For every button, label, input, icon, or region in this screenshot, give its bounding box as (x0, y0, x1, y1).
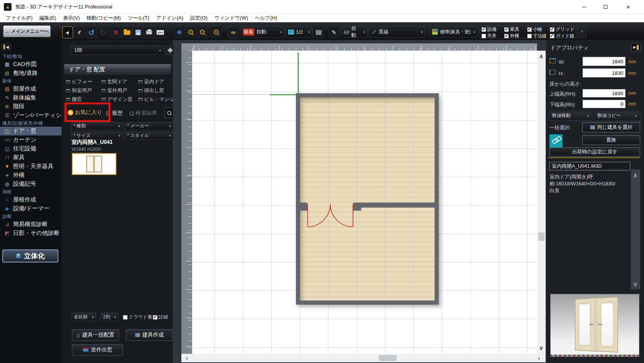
zoom-fit-button[interactable]: ❖ (174, 26, 185, 38)
scroll-up-icon[interactable]: ∧ (539, 53, 543, 60)
grid-settings-button[interactable] (313, 26, 324, 38)
display-style-dropdown[interactable]: 標準(家具・塗) ▾ (429, 26, 478, 38)
numeric-copy-dropdown[interactable]: 数値コピー▼ (595, 111, 640, 120)
grid-scale-dropdown[interactable]: 1/2 ▾ (285, 26, 312, 38)
category-item[interactable]: ビフォー (66, 78, 101, 85)
canvas-vertical-scrollbar[interactable]: ∧ ∨ (537, 51, 546, 354)
sidebar-item-door-window[interactable]: ◫ドア・窓 (0, 127, 61, 135)
sidebar-item-structure-check[interactable]: ⊿簡易構造診断 (0, 220, 61, 229)
category-item[interactable]: 和室用戸 (66, 87, 101, 94)
layer-toggle[interactable]: ガイド線 (550, 33, 574, 39)
pbd-export-button[interactable]: pbd (155, 26, 166, 38)
horizontal-scroll-thumb[interactable] (379, 355, 397, 361)
menu-item[interactable]: 編集(E) (36, 15, 60, 21)
menu-item[interactable]: 設定(O) (187, 15, 211, 21)
scroll-right-icon[interactable]: › (538, 355, 540, 361)
sidebar-item-site-road[interactable]: ▨敷地/道路 (0, 69, 61, 78)
filter-type-dropdown[interactable]: * 種類▾ (71, 122, 123, 130)
filter-size-dropdown[interactable]: * サイズ▾ (71, 132, 123, 140)
filter-maker-dropdown[interactable]: * メーカー▾ (124, 122, 174, 130)
top-height-field[interactable]: 1830 (583, 89, 626, 97)
sidebar-item-curtain[interactable]: ∩∩カーテン (0, 135, 61, 144)
scroll-left-icon[interactable]: ‹ (186, 355, 188, 361)
layer-toggle[interactable]: 寸法線 (527, 33, 550, 39)
measure-button[interactable]: ✎ (329, 26, 339, 38)
scroll-up-icon[interactable]: ∧ (633, 172, 637, 179)
category-item[interactable]: 室外用戸 (101, 87, 138, 94)
snap-mode-dropdown[interactable]: 吸着 自動 ▾ (240, 26, 285, 38)
multi-select-tool-button[interactable]: ➤➤ (74, 26, 85, 38)
main-menu-button[interactable]: ←メインメニューへ (3, 25, 51, 37)
floor-select-dropdown[interactable]: 1階▾ (71, 46, 164, 55)
filter-style-dropdown[interactable]: * スタイル▾ (124, 132, 174, 140)
zoom-window-button[interactable] (197, 26, 208, 38)
minimize-button[interactable] (575, 0, 593, 14)
height-field[interactable]: 1830 (583, 68, 626, 78)
link-button[interactable] (549, 134, 563, 147)
maximize-button[interactable] (597, 0, 614, 14)
sidebar-item-dormer[interactable]: ◆設備/ドーマー (0, 204, 61, 213)
continuous-mode-button[interactable]: ∞ (228, 26, 239, 38)
dimension-mode-dropdown[interactable]: 123 自動 ▾ (341, 26, 368, 38)
menu-item[interactable]: ウィンドウ(W) (211, 15, 251, 21)
door-symbol[interactable] (296, 93, 439, 305)
save-button[interactable] (133, 26, 143, 38)
menu-item[interactable]: 移動/コピー(M) (83, 15, 124, 21)
close-button[interactable]: × (619, 0, 637, 14)
detail-checkbox[interactable]: 詳細 (153, 314, 168, 320)
print-button[interactable] (144, 26, 154, 38)
width-field[interactable]: 1640 (583, 57, 626, 66)
select-tool-button[interactable]: ➤ (62, 26, 73, 38)
undo-button[interactable]: ↺ (86, 26, 97, 38)
layer-toggle[interactable]: 外構 (504, 33, 527, 39)
reset-defaults-button[interactable]: 出荷時の設定に戻す (549, 147, 640, 157)
bay-window-button[interactable]: 造作出窓 (72, 344, 123, 356)
line-type-dropdown[interactable]: ／ 直線 ▾ (369, 26, 425, 38)
category-item[interactable]: 腰窓 (66, 96, 101, 103)
layer-toggle[interactable]: 家具 (504, 26, 527, 33)
layer-toggle[interactable]: グリッド (550, 26, 574, 33)
toolbar-expand-button[interactable]: ∨ (578, 26, 586, 38)
floor-settings-button[interactable] (166, 46, 174, 55)
vertical-scroll-thumb[interactable] (538, 233, 544, 241)
door-3d-preview[interactable] (550, 294, 639, 357)
make-3d-button[interactable]: 立体化 (2, 249, 58, 262)
columns-dropdown[interactable]: 2列▾ (101, 313, 118, 321)
sidebar-collapse-button[interactable]: ◀ (2, 43, 11, 51)
sidebar-item-cad-drawing[interactable]: ▦CAD作図 (0, 60, 61, 69)
category-item[interactable]: ビル・マンション (138, 96, 177, 103)
bottom-height-field[interactable]: 0 (583, 100, 626, 108)
zoom-in-button[interactable]: + (186, 26, 196, 38)
sidebar-item-house-equipment[interactable]: ◱住宅設備 (0, 144, 61, 153)
scroll-down-icon[interactable]: ∨ (633, 281, 637, 288)
description-scrollbar[interactable]: ∧ ∨ (631, 170, 640, 289)
floor-plan-canvas[interactable] (192, 51, 537, 354)
sort-order-dropdown[interactable]: 名前順▾ (71, 313, 96, 321)
menu-item[interactable]: 表示(V) (60, 15, 83, 21)
open-button[interactable] (121, 26, 132, 38)
menu-item[interactable]: アドイン(A) (153, 15, 187, 21)
sidebar-item-equipment-symbol[interactable]: ◍設備記号 (0, 180, 61, 188)
sidebar-item-furniture[interactable]: ⊓家具 (0, 153, 61, 162)
sidebar-item-lighting[interactable]: ▼照明・天井器具 (0, 162, 61, 171)
menu-item[interactable]: ツール(T) (124, 15, 153, 21)
create-fitting-button[interactable]: 建具作成 (126, 329, 173, 341)
category-item[interactable]: 室内ドア (138, 78, 177, 85)
sidebar-item-stairs[interactable]: ≣階段 (0, 102, 61, 111)
sidebar-item-room-create[interactable]: ▤部屋作成 (0, 84, 61, 93)
menu-item[interactable]: ファイル(F) (2, 15, 36, 21)
sidebar-item-zone-partition[interactable]: ☰ゾーン/パーティション (0, 111, 61, 120)
tab-search-results[interactable]: 検索結果 (129, 110, 157, 117)
category-item[interactable]: デザイン窓 (101, 96, 138, 103)
category-item[interactable]: 玄関ドア (101, 78, 138, 85)
cloud-material-checkbox[interactable]: クラウド素材 (123, 314, 157, 320)
catalog-item-thumbnail[interactable] (72, 153, 116, 175)
zoom-out-button[interactable]: − (211, 26, 222, 38)
panel-collapse-button[interactable]: ▶ (631, 43, 641, 51)
category-item[interactable]: 掃出し窓 (138, 87, 177, 94)
sidebar-item-frame-edit[interactable]: ✎躯体編集 (0, 93, 61, 102)
redo-button[interactable]: ↻ (98, 26, 108, 38)
replace-button[interactable]: 置換 (582, 135, 640, 145)
sidebar-item-roof-create[interactable]: ⌂屋根作成 (0, 195, 61, 204)
numeric-move-dropdown[interactable]: 数値移動▼ (549, 111, 593, 120)
